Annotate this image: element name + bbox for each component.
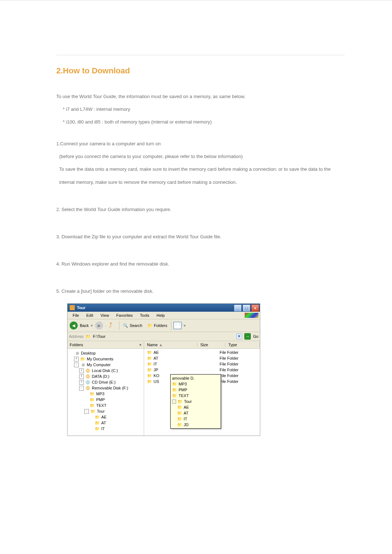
tree-item[interactable]: +📀DATA (D:) [69, 373, 142, 379]
go-label: Go [253, 334, 258, 339]
maximize-button[interactable]: □ [242, 304, 250, 312]
file-list[interactable]: 📁AEFile Folder📁ATFile Folder📁ITFile Fold… [144, 349, 260, 384]
tree-item[interactable]: 📁PMP [69, 397, 142, 403]
search-icon: 🔍 [123, 323, 128, 328]
toolbar: ◄ Back ▾ ► - ⤴ 🔍Search 📁Folders ▾ [68, 319, 260, 332]
menu-file[interactable]: File [69, 313, 83, 318]
window-folder-icon [70, 305, 75, 310]
folders-button[interactable]: 📁Folders [146, 323, 169, 328]
go-button[interactable]: → [244, 333, 251, 340]
address-path[interactable]: F:\Tour [93, 334, 234, 339]
address-dropdown[interactable]: ▾ [236, 333, 242, 339]
step-3: 3. Download the Zip file to your compute… [56, 230, 345, 243]
tree-item[interactable]: +📀Local Disk (C:) [69, 368, 142, 373]
tree-item[interactable]: -📁Tour [69, 408, 142, 414]
windows-flag-icon [245, 313, 258, 318]
step-2: 2. Select the World Tour Guide informati… [56, 203, 345, 216]
menu-tools[interactable]: Tools [136, 313, 153, 318]
explorer-window: Tour _ □ × File Edit View Favorites Tool… [67, 303, 260, 436]
bullet-1: * i7 and L74W : internal memory [56, 103, 345, 116]
minimize-button[interactable]: _ [234, 304, 242, 312]
step-1b: (before you connect the camera to your c… [56, 150, 345, 163]
folder-tree[interactable]: 🖥Desktop+📁My Documents-🖥My Computer+📀Loc… [68, 349, 144, 432]
step-5: 5. Create a [tour] folder on the removab… [56, 285, 345, 298]
address-label: Address [69, 334, 83, 339]
forward-button[interactable]: ► [95, 322, 103, 329]
section-heading: 2.How to Download [56, 66, 345, 76]
step-1a: 1.Connect your camera to a computer and … [56, 137, 345, 150]
folders-icon: 📁 [147, 323, 152, 328]
tree-item[interactable]: 📁AT [69, 420, 142, 426]
menu-help[interactable]: Help [153, 313, 168, 318]
tree-item[interactable]: +💿CD Drive (E:) [69, 379, 142, 385]
menu-favorites[interactable]: Favorites [113, 313, 136, 318]
menu-view[interactable]: View [97, 313, 113, 318]
back-label[interactable]: Back [80, 323, 89, 328]
tree-item[interactable]: +📁My Documents [69, 356, 142, 362]
menu-bar: File Edit View Favorites Tools Help [68, 312, 260, 319]
step-1c: To save the data onto a memory card, mak… [56, 163, 345, 188]
views-button[interactable] [173, 322, 181, 329]
bullet-2: * i100, i80 and i85 : both of memory typ… [56, 116, 345, 128]
step-4: 4. Run Windows explorer and find the rem… [56, 258, 345, 270]
window-title: Tour [77, 306, 86, 310]
up-button[interactable]: ⤴ [109, 322, 117, 329]
close-button[interactable]: × [251, 304, 259, 312]
back-button[interactable]: ◄ [70, 322, 78, 329]
tree-item[interactable]: -📀Removable Disk (F:) [69, 385, 142, 391]
menu-edit[interactable]: Edit [83, 313, 97, 318]
folders-panel-close[interactable]: × [139, 343, 142, 347]
tooltip-popup: amovable D. 📁MP3 📁PMP 📁TEXT -📁Tour 📁AE 📁… [170, 374, 221, 429]
tree-item[interactable]: 📁IT [69, 426, 142, 432]
list-item[interactable]: 📁ATFile Folder [147, 355, 260, 361]
column-headers[interactable]: Name ▲ Size Type [144, 341, 260, 349]
list-item[interactable]: 📁ITFile Folder [147, 361, 260, 367]
tree-item[interactable]: 🖥Desktop [69, 350, 142, 356]
address-bar: Address 📁 F:\Tour ▾ → Go [68, 332, 260, 341]
address-folder-icon: 📁 [86, 334, 91, 339]
tree-item[interactable]: -🖥My Computer [69, 362, 142, 368]
window-titlebar[interactable]: Tour _ □ × [68, 304, 260, 312]
search-button[interactable]: 🔍Search [122, 323, 144, 328]
tree-item[interactable]: 📁TEXT [69, 403, 142, 408]
section-divider [56, 55, 345, 55]
intro-text: To use the World Tour Guide, the informa… [56, 90, 345, 103]
list-item[interactable]: 📁AEFile Folder [147, 349, 260, 355]
folders-panel-header: Folders [70, 343, 83, 347]
list-item[interactable]: 📁JPFile Folder [147, 367, 260, 373]
tree-item[interactable]: 📁MP3 [69, 391, 142, 397]
tree-item[interactable]: 📁AE [69, 414, 142, 420]
